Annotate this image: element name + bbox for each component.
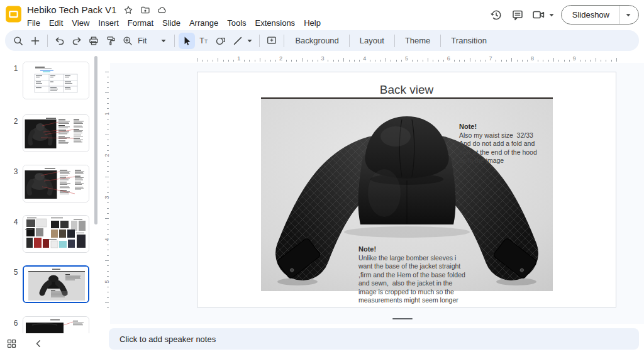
ruler-tick: [386, 58, 386, 62]
redo-icon[interactable]: [69, 33, 85, 49]
ruler-tick: [107, 224, 109, 224]
vertical-ruler[interactable]: 12345: [101, 63, 110, 324]
star-icon[interactable]: [123, 5, 133, 15]
ruler-tick: [328, 60, 328, 62]
menu-item-insert[interactable]: Insert: [94, 17, 123, 29]
ruler-tick: [233, 60, 234, 62]
thumbnail-preview[interactable]: [23, 215, 89, 253]
ruler-tick: [105, 260, 109, 261]
slide-title[interactable]: Back view: [197, 83, 616, 97]
thumbnail-preview[interactable]: [23, 316, 89, 333]
ruler-tick: [291, 60, 292, 62]
meet-camera-group[interactable]: [530, 6, 555, 25]
grid-view-icon[interactable]: [6, 338, 17, 349]
zoom-select[interactable]: Fit: [136, 36, 170, 45]
zoom-icon[interactable]: [119, 33, 136, 49]
ruler-tick: [443, 60, 444, 62]
layout-button[interactable]: Layout: [353, 33, 391, 48]
thumbnail-preview[interactable]: [23, 114, 89, 152]
speaker-notes-placeholder[interactable]: Click to add speaker notes: [119, 335, 216, 344]
slide-thumbnail-2[interactable]: 2: [0, 114, 101, 156]
insert-comment-icon[interactable]: [264, 33, 280, 49]
thumbnail-preview[interactable]: [23, 265, 89, 303]
ruler-tick: [213, 60, 213, 62]
menu-item-format[interactable]: Format: [123, 17, 158, 29]
note-top-textbox[interactable]: Note!Also my waist size 32/33 And do not…: [459, 106, 550, 174]
slide-thumbnail-4[interactable]: 4: [0, 215, 101, 257]
version-history-icon[interactable]: [487, 6, 506, 25]
search-menus-icon[interactable]: [10, 33, 26, 49]
video-camera-icon[interactable]: [530, 6, 548, 25]
ruler-mark: 5: [103, 280, 109, 283]
menu-item-view[interactable]: View: [67, 17, 94, 29]
ruler-tick: [107, 166, 109, 167]
text-box-icon[interactable]: TT: [196, 33, 212, 49]
ruler-tick: [553, 58, 554, 62]
horizontal-ruler[interactable]: 123456789: [101, 53, 644, 63]
menu-item-slide[interactable]: Slide: [158, 17, 185, 29]
slide-thumbnail-1[interactable]: 1: [0, 62, 101, 103]
menu-item-tools[interactable]: Tools: [223, 17, 250, 29]
slide-thumbnail-6[interactable]: 6: [0, 316, 101, 333]
ruler-tick: [107, 108, 109, 109]
thumbnail-preview[interactable]: [23, 62, 89, 99]
menu-item-extensions[interactable]: Extensions: [251, 17, 300, 29]
collapse-filmstrip-icon[interactable]: [33, 338, 44, 349]
menu-item-arrange[interactable]: Arrange: [185, 17, 223, 29]
ruler-tick: [107, 234, 109, 235]
ruler-tick: [255, 60, 255, 62]
line-tool-icon[interactable]: [230, 33, 246, 49]
cloud-status-icon[interactable]: [157, 5, 167, 15]
paint-format-icon[interactable]: [103, 33, 119, 49]
theme-button[interactable]: Theme: [398, 33, 437, 48]
jacket-back-image[interactable]: Note!Also my waist size 32/33 And do not…: [261, 99, 553, 291]
ruler-mark: 4: [103, 238, 109, 241]
ruler-tick: [343, 58, 344, 62]
ruler-tick: [107, 82, 109, 83]
select-tool-icon[interactable]: [179, 33, 195, 49]
ruler-tick: [107, 250, 109, 250]
ruler-tick: [517, 60, 518, 62]
note-bottom-textbox[interactable]: Note!Unlike the large bomber sleeves i w…: [358, 228, 467, 313]
filmstrip-scrollbar[interactable]: [94, 56, 97, 224]
menu-item-edit[interactable]: Edit: [45, 17, 67, 29]
document-title-row: Hebiko Tech Pack V1: [27, 4, 487, 16]
thumbnail-preview[interactable]: [23, 165, 89, 202]
slide-number: 6: [11, 319, 20, 328]
ruler-tick: [522, 60, 523, 62]
notes-resize-handle[interactable]: [392, 318, 413, 319]
document-title[interactable]: Hebiko Tech Pack V1: [27, 4, 116, 15]
print-icon[interactable]: [86, 33, 102, 49]
slide-thumbnail-5-selected[interactable]: 5: [0, 265, 101, 307]
new-slide-icon[interactable]: [27, 33, 43, 49]
ruler-mark: 5: [405, 55, 408, 62]
move-to-folder-icon[interactable]: [140, 5, 150, 15]
shape-tool-icon[interactable]: [213, 33, 229, 49]
toolbar-divider: [174, 35, 175, 47]
slide-editor[interactable]: Back view: [197, 72, 616, 307]
ruler-tick: [596, 58, 596, 62]
slide-thumbnail-3[interactable]: 3: [0, 165, 101, 206]
ruler-tick: [107, 292, 109, 292]
ruler-tick: [558, 60, 559, 62]
ruler-tick: [417, 60, 418, 62]
ruler-tick: [538, 60, 538, 62]
comments-icon[interactable]: [508, 6, 527, 25]
background-button[interactable]: Background: [288, 33, 345, 48]
line-dropdown-icon[interactable]: [247, 38, 253, 44]
slideshow-button[interactable]: Slideshow: [562, 6, 619, 24]
slides-logo-icon[interactable]: [5, 6, 22, 23]
ruler-tick: [433, 60, 433, 62]
ruler-tick: [486, 60, 486, 62]
ruler-tick: [107, 140, 109, 140]
slideshow-dropdown-icon[interactable]: [619, 6, 638, 24]
ruler-tick: [107, 150, 109, 151]
ruler-tick: [438, 60, 439, 62]
menu-item-help[interactable]: Help: [299, 17, 325, 29]
speaker-notes-bar[interactable]: Click to add speaker notes: [109, 328, 639, 350]
menu-item-file[interactable]: File: [23, 17, 45, 29]
undo-icon[interactable]: [52, 33, 68, 49]
transition-button[interactable]: Transition: [444, 33, 494, 48]
zoom-dropdown-icon[interactable]: [160, 38, 167, 44]
camera-dropdown-icon[interactable]: [548, 12, 555, 18]
